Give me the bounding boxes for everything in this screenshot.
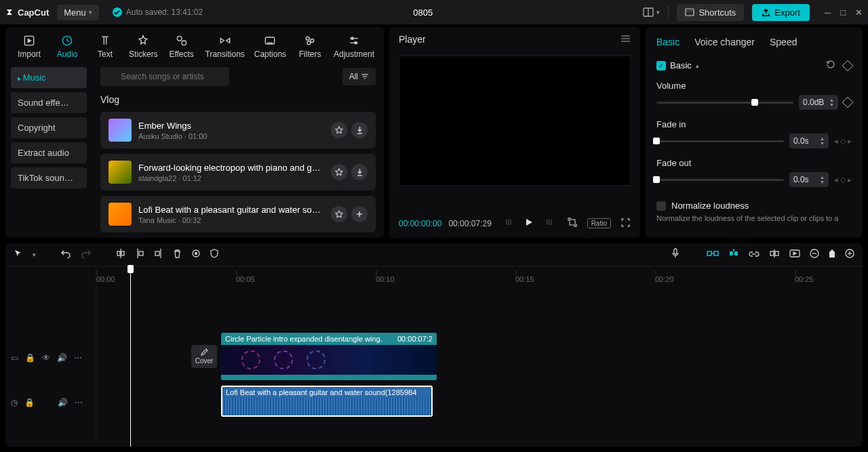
video-clip[interactable]: Circle Particle intro expanded disentang… — [221, 333, 437, 380]
track-mute-icon[interactable]: 🔊 — [58, 398, 68, 407]
right-tab-speed[interactable]: Speed — [770, 37, 797, 47]
favorite-button[interactable] — [331, 122, 347, 138]
next-frame-icon[interactable] — [543, 218, 553, 228]
export-button[interactable]: Export — [752, 4, 810, 21]
track-audio-icon[interactable]: ◷ — [11, 398, 18, 407]
download-button[interactable] — [351, 164, 368, 180]
track-eye-icon[interactable]: 👁 — [42, 353, 50, 363]
track-lock-icon[interactable]: 🔒 — [24, 398, 35, 407]
ruler-mark: 00:15 — [515, 269, 534, 283]
pointer-dropdown[interactable]: ▾ — [33, 251, 36, 258]
mic-icon[interactable] — [671, 248, 679, 261]
right-tab-voice-changer[interactable]: Voice changer — [694, 37, 755, 47]
svg-rect-37 — [117, 251, 120, 255]
song-meta: Tana Music · 00:32 — [138, 216, 324, 224]
scale-icon[interactable] — [567, 217, 578, 230]
minimize-button[interactable]: ─ — [825, 7, 831, 18]
sidebar-item-4[interactable]: TikTok soun… — [11, 167, 87, 188]
fadein-slider[interactable] — [656, 140, 784, 142]
magnet-main-icon[interactable] — [707, 249, 719, 260]
track-mute-icon[interactable]: 🔊 — [57, 353, 67, 363]
top-tab-transitions[interactable]: Transitions — [201, 31, 249, 62]
track-more-icon[interactable]: ⋯ — [74, 353, 82, 363]
trim-left-icon[interactable] — [135, 248, 144, 261]
top-tab-effects[interactable]: Effects — [163, 31, 200, 62]
project-title: 0805 — [211, 7, 635, 18]
keyframe-diamond-icon[interactable] — [842, 60, 854, 71]
prev-frame-icon[interactable] — [505, 218, 515, 228]
top-tab-audio[interactable]: Audio — [49, 31, 85, 62]
pencil-icon — [200, 348, 208, 356]
fadeout-label: Fade out — [656, 158, 852, 168]
pointer-tool-icon[interactable] — [14, 249, 23, 260]
delete-icon[interactable] — [173, 249, 182, 261]
top-tab-adjustment[interactable]: Adjustment — [330, 31, 378, 62]
fadeout-slider[interactable] — [656, 179, 784, 181]
volume-value[interactable]: 0.0dB▲▼ — [799, 95, 838, 110]
zoom-slider-knob[interactable] — [829, 249, 835, 260]
volume-keyframe-icon[interactable] — [842, 97, 854, 108]
basic-header: Basic — [670, 60, 692, 70]
top-tab-captions[interactable]: Captions — [250, 31, 290, 62]
filter-all-button[interactable]: All — [342, 68, 376, 85]
play-button[interactable] — [524, 218, 534, 229]
close-button[interactable]: ✕ — [855, 7, 863, 18]
fadein-value[interactable]: 0.0s▲▼ — [789, 133, 829, 148]
split-icon[interactable] — [116, 248, 125, 261]
volume-slider[interactable] — [656, 102, 793, 104]
marker-icon[interactable] — [191, 249, 201, 260]
sidebar-item-1[interactable]: Sound effe… — [11, 92, 87, 113]
audio-clip[interactable]: Lofi Beat with a pleasant guitar and wat… — [221, 386, 433, 417]
layout-button[interactable]: ▾ — [643, 7, 660, 17]
fadein-nav[interactable]: ◂ ◇ ▸ — [834, 137, 852, 146]
align-icon[interactable] — [769, 249, 780, 260]
add-button[interactable] — [351, 206, 368, 222]
reset-icon[interactable] — [826, 60, 835, 71]
sidebar-item-2[interactable]: Copyright — [11, 117, 87, 138]
download-button[interactable] — [351, 122, 368, 138]
song-card[interactable]: Lofi Beat with a pleasant guitar and wat… — [100, 196, 376, 232]
track-lock-icon[interactable]: 🔒 — [25, 353, 35, 363]
favorite-button[interactable] — [331, 206, 347, 222]
shield-icon[interactable] — [210, 249, 218, 260]
player-menu-icon[interactable] — [620, 35, 631, 45]
search-input[interactable] — [100, 67, 229, 86]
svg-rect-55 — [775, 251, 778, 255]
trim-right-icon[interactable] — [154, 248, 163, 261]
fadeout-nav[interactable]: ◂ ◇ ▸ — [834, 176, 852, 184]
basic-checkbox[interactable]: ✓ — [656, 61, 666, 70]
redo-icon[interactable] — [81, 249, 92, 260]
top-tab-stickers[interactable]: Stickers — [125, 31, 162, 62]
top-tab-filters[interactable]: Filters — [292, 31, 328, 62]
right-tab-basic[interactable]: Basic — [656, 37, 679, 47]
menu-button[interactable]: Menu▾ — [57, 5, 99, 20]
song-card[interactable]: Ember WingsAusku Studio · 01:00 — [100, 112, 376, 148]
collapse-icon[interactable]: ▴ — [696, 62, 699, 69]
undo-icon[interactable] — [60, 249, 71, 260]
cover-button[interactable]: Cover — [191, 345, 217, 368]
top-tab-import[interactable]: Import — [11, 31, 47, 62]
sidebar-item-3[interactable]: Extract audio — [11, 142, 87, 163]
player-canvas[interactable] — [399, 56, 631, 186]
preview-icon[interactable] — [789, 249, 800, 260]
favorite-button[interactable] — [331, 164, 347, 180]
track-more-icon[interactable]: ⋯ — [75, 398, 83, 407]
capcut-logo-icon — [5, 7, 15, 17]
fadeout-value[interactable]: 0.0s▲▼ — [789, 172, 829, 187]
track-video-icon[interactable]: ▭ — [11, 353, 18, 363]
top-tab-text[interactable]: Text — [87, 31, 123, 62]
zoom-out-icon[interactable] — [810, 249, 819, 260]
playhead[interactable] — [130, 266, 131, 447]
normalize-checkbox[interactable] — [656, 201, 666, 211]
song-card[interactable]: Forward-looking electropop with piano an… — [100, 154, 376, 190]
ratio-button[interactable]: Ratio — [587, 218, 611, 228]
zoom-in-icon[interactable] — [845, 249, 854, 260]
shortcuts-button[interactable]: Shortcuts — [677, 4, 744, 21]
magnet-aux-icon[interactable] — [728, 249, 739, 260]
fullscreen-icon[interactable] — [620, 218, 631, 230]
song-title: Ember Wings — [138, 121, 324, 131]
duration-time: 00:00:07:29 — [448, 219, 491, 228]
maximize-button[interactable]: □ — [840, 7, 846, 18]
link-icon[interactable] — [749, 249, 760, 260]
sidebar-item-0[interactable]: Music — [11, 67, 87, 88]
